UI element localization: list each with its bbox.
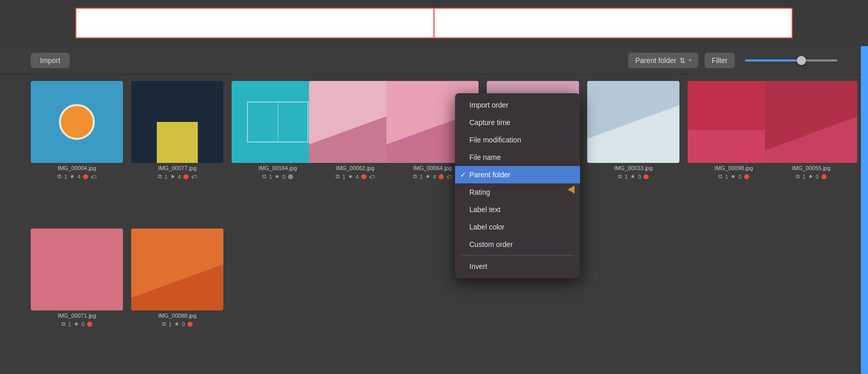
checkmark-icon: ✓ bbox=[460, 171, 466, 179]
dropdown-item-custom-order[interactable]: Custom order bbox=[455, 236, 580, 253]
dropdown-item-label: Parent folder bbox=[469, 171, 510, 179]
tag-icon: 🏷 bbox=[91, 174, 96, 180]
color-label-dot bbox=[439, 174, 444, 179]
star-count: 0 bbox=[816, 174, 819, 180]
zoom-slider-thumb[interactable] bbox=[797, 56, 806, 65]
color-label-dot bbox=[821, 174, 826, 179]
copy-icon: ⧉ bbox=[413, 173, 417, 180]
scroll-bar[interactable] bbox=[861, 46, 868, 374]
star-count: 0 bbox=[282, 174, 285, 180]
color-label-dot bbox=[644, 174, 649, 179]
copy-count: 1 bbox=[342, 174, 345, 180]
star-icon: ★ bbox=[425, 173, 430, 180]
photo-meta: ⧉1★0 bbox=[61, 321, 92, 327]
dropdown-item-label: File name bbox=[469, 153, 501, 161]
chevron-down-icon: ▾ bbox=[689, 57, 691, 63]
top-preview-area bbox=[0, 0, 868, 46]
copy-icon: ⧉ bbox=[796, 173, 800, 180]
photo-thumbnail bbox=[31, 81, 123, 163]
dropdown-item-label: Rating bbox=[469, 188, 490, 196]
star-icon: ★ bbox=[630, 173, 635, 180]
tag-icon: 🏷 bbox=[369, 174, 375, 180]
copy-count: 1 bbox=[164, 174, 168, 180]
star-count: 4 bbox=[77, 174, 80, 180]
sort-label: Parent folder bbox=[635, 56, 676, 65]
star-count: 0 bbox=[738, 174, 741, 180]
copy-count: 1 bbox=[420, 174, 423, 180]
copy-count: 1 bbox=[625, 174, 628, 180]
star-icon: ★ bbox=[174, 321, 179, 327]
photo-cell[interactable]: IMG_00071.jpg⧉1★0 bbox=[31, 228, 123, 368]
star-count: 4 bbox=[356, 174, 359, 180]
photo-thumbnail bbox=[587, 81, 679, 163]
photo-filename: IMG_00077.jpg bbox=[158, 165, 196, 171]
photo-thumbnail bbox=[765, 81, 857, 163]
tag-icon: 🏷 bbox=[446, 174, 452, 180]
sort-dropdown-button[interactable]: Parent folder ⇅ ▾ bbox=[628, 53, 698, 68]
copy-icon: ⧉ bbox=[336, 173, 340, 180]
copy-icon: ⧉ bbox=[158, 173, 162, 180]
photo-filename: IMG_00064.jpg bbox=[413, 165, 451, 171]
star-icon: ★ bbox=[170, 173, 175, 180]
photo-cell[interactable]: IMG_00088.jpg⧉1★0 bbox=[131, 228, 223, 368]
star-icon: ★ bbox=[275, 173, 280, 180]
photo-filename: IMG_00071.jpg bbox=[57, 313, 96, 319]
color-label-dot bbox=[83, 174, 88, 179]
dropdown-item-rating[interactable]: Rating bbox=[455, 183, 580, 201]
tag-icon: 🏷 bbox=[191, 174, 197, 180]
dropdown-item-import-order[interactable]: Import order bbox=[455, 96, 580, 114]
photo-cell[interactable]: IMG_00055.jpg⧉1★0 bbox=[788, 81, 834, 220]
dropdown-item-parent-folder[interactable]: ✓Parent folder bbox=[455, 166, 580, 183]
preview-left bbox=[75, 8, 433, 38]
copy-count: 1 bbox=[169, 321, 172, 327]
photo-filename: IMG_00088.jpg bbox=[158, 313, 196, 319]
dropdown-item-capture-time[interactable]: Capture time bbox=[455, 114, 580, 131]
color-label-dot bbox=[744, 174, 749, 179]
preview-right bbox=[433, 8, 793, 38]
dropdown-item-file-name[interactable]: File name bbox=[455, 149, 580, 166]
filter-button[interactable]: Filter bbox=[705, 53, 735, 68]
photo-meta: ⧉1★4🏷 bbox=[413, 173, 452, 180]
copy-count: 1 bbox=[64, 174, 67, 180]
photo-meta: ⧉1★4🏷 bbox=[336, 173, 375, 180]
import-button[interactable]: Import bbox=[31, 53, 70, 68]
zoom-slider-container[interactable] bbox=[745, 59, 837, 61]
copy-icon: ⧉ bbox=[162, 321, 166, 327]
copy-count: 1 bbox=[269, 174, 272, 180]
photo-meta: ⧉1★0 bbox=[162, 321, 193, 327]
photo-filename: IMG_00164.jpg bbox=[258, 165, 297, 171]
preview-box bbox=[75, 8, 793, 38]
color-label-dot bbox=[361, 174, 366, 179]
color-label-dot bbox=[183, 174, 189, 179]
photo-meta: ⧉1★4🏷 bbox=[158, 173, 197, 180]
dropdown-item-file-modification[interactable]: File modification bbox=[455, 131, 580, 149]
copy-count: 1 bbox=[802, 174, 805, 180]
dropdown-divider bbox=[461, 255, 574, 256]
dropdown-item-label: Label text bbox=[469, 205, 501, 214]
dropdown-item-label: Capture time bbox=[469, 118, 510, 127]
color-label-dot bbox=[87, 322, 92, 327]
dropdown-item-invert[interactable]: Invert bbox=[455, 258, 580, 275]
photo-thumbnail bbox=[31, 228, 123, 310]
photo-meta: ⧉1★0 bbox=[262, 173, 293, 180]
toolbar: Import Parent folder ⇅ ▾ Filter bbox=[0, 46, 868, 75]
dropdown-item-label-text[interactable]: Label text bbox=[455, 201, 580, 218]
photo-cell[interactable]: IMG_00033.jpg⧉1★0 bbox=[587, 81, 679, 220]
star-count: 0 bbox=[638, 174, 641, 180]
sort-dropdown-menu: Import orderCapture timeFile modificatio… bbox=[455, 93, 580, 278]
copy-icon: ⧉ bbox=[262, 173, 266, 180]
zoom-slider-track[interactable] bbox=[745, 59, 837, 61]
copy-count: 1 bbox=[68, 321, 71, 327]
color-label-dot bbox=[288, 174, 293, 179]
photo-meta: ⧉1★0 bbox=[718, 173, 749, 180]
dropdown-item-label-color[interactable]: Label color bbox=[455, 218, 580, 236]
star-count: 4 bbox=[178, 174, 181, 180]
copy-count: 1 bbox=[725, 174, 728, 180]
star-count: 0 bbox=[81, 321, 85, 327]
photo-meta: ⧉1★0 bbox=[618, 173, 649, 180]
photo-grid: IMG_00004.jpg⧉1★4🏷 IMG_00077.jpg⧉1★4🏷 IM… bbox=[0, 75, 868, 374]
photo-cell[interactable]: IMG_00004.jpg⧉1★4🏷 bbox=[31, 81, 123, 220]
photo-cell[interactable]: IMG_00077.jpg⧉1★4🏷 bbox=[131, 81, 223, 220]
dropdown-item-label: File modification bbox=[469, 136, 521, 144]
photo-cell[interactable]: IMG_00062.jpg⧉1★4🏷 bbox=[332, 81, 378, 220]
